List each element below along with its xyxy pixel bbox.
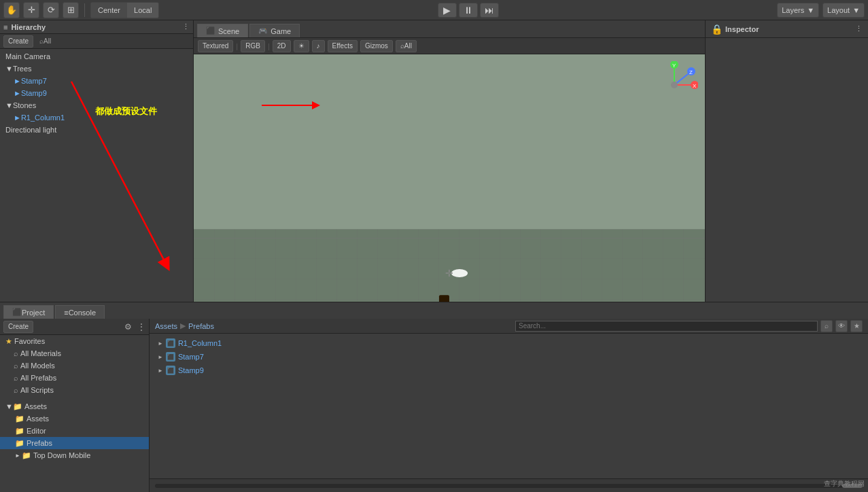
- rgb-btn[interactable]: RGB: [241, 40, 265, 52]
- project-settings-icon[interactable]: ⚙: [124, 322, 132, 332]
- svg-point-17: [671, 82, 678, 88]
- hierarchy-trees[interactable]: ▼ Trees: [0, 63, 193, 75]
- favorites-group[interactable]: ★ Favorites: [0, 335, 149, 347]
- hierarchy-stamp9[interactable]: ► Stamp9: [0, 87, 193, 99]
- hierarchy-create-btn[interactable]: Create: [3, 35, 33, 48]
- tab-project[interactable]: ⬛ Project: [3, 305, 54, 319]
- assets-topdownmobile-label: Top Down Mobile: [33, 451, 90, 459]
- prefab-stamp7-arrow-icon: ►: [158, 354, 163, 360]
- prefab-list: ► ⬛ R1_Column1 ► ⬛ Stamp7 ► ⬛ Stamp9: [150, 334, 868, 380]
- all-scripts-search-icon: ⌕: [14, 386, 18, 394]
- trees-arrow-icon: ▼: [5, 65, 13, 73]
- breadcrumb-prefabs[interactable]: Prefabs: [188, 322, 214, 330]
- hierarchy-r1column1[interactable]: ► R1_Column1: [0, 111, 193, 124]
- assets-assets-item[interactable]: 📁 Assets: [0, 412, 149, 425]
- svg-text:X: X: [693, 83, 697, 89]
- pause-btn[interactable]: ⏸: [459, 3, 478, 18]
- project-options-icon[interactable]: ⋮: [137, 322, 145, 332]
- project-scrollbar: [150, 478, 868, 492]
- gizmo-svg: Y Z X: [650, 61, 698, 109]
- layers-arrow-icon: ▼: [807, 6, 814, 14]
- all-models-item[interactable]: ⌕ All Models: [0, 359, 149, 372]
- stamp9-label: Stamp9: [21, 89, 47, 97]
- game-tab-icon: 🎮: [258, 27, 268, 35]
- all-prefabs-item[interactable]: ⌕ All Prefabs: [0, 372, 149, 384]
- svg-text:Z: Z: [689, 69, 693, 75]
- stamp7-arrow-icon: ►: [14, 77, 21, 85]
- move-tool-btn[interactable]: ✛: [23, 2, 39, 18]
- hierarchy-main-camera[interactable]: Main Camera: [0, 50, 193, 63]
- effects-btn[interactable]: Effects: [328, 40, 358, 52]
- assets-assets-label: Assets: [27, 415, 49, 423]
- scene-gizmo: Y Z X: [650, 61, 698, 109]
- hierarchy-menu-icon: ≡: [3, 23, 7, 31]
- hierarchy-stamp7[interactable]: ► Stamp7: [0, 75, 193, 87]
- scene-toolbar: Textured | RGB | 2D ☀ ♪ Effects Gizmos ⌕…: [194, 38, 705, 54]
- all-btn[interactable]: ⌕All: [396, 40, 417, 52]
- prefab-stamp7[interactable]: ► ⬛ Stamp7: [150, 350, 868, 364]
- scale-tool-btn[interactable]: ⊞: [63, 2, 79, 18]
- audio-btn[interactable]: ♪: [312, 40, 325, 52]
- prefab-stamp9-arrow-icon: ►: [158, 368, 163, 374]
- assets-topdownmobile-folder-icon: 📁: [22, 451, 31, 460]
- stamp7-label: Stamp7: [21, 77, 47, 85]
- sun-btn[interactable]: ☀: [294, 40, 309, 52]
- assets-topdownmobile-item[interactable]: ► 📁 Top Down Mobile: [0, 449, 149, 461]
- crosshair-icon: ✛: [445, 268, 453, 279]
- project-create-btn[interactable]: Create: [3, 321, 33, 333]
- scene-tab-label: Scene: [218, 27, 239, 35]
- 2d-btn[interactable]: 2D: [273, 40, 291, 52]
- scroll-track[interactable]: [155, 484, 863, 488]
- project-eye-btn[interactable]: 👁: [835, 320, 848, 332]
- local-btn[interactable]: Local: [127, 3, 158, 18]
- all-materials-search-icon: ⌕: [14, 349, 18, 357]
- console-tab-label: Console: [69, 309, 96, 317]
- all-materials-item[interactable]: ⌕ All Materials: [0, 347, 149, 359]
- r1column1-arrow-icon: ►: [14, 113, 21, 122]
- all-models-label: All Models: [20, 362, 55, 370]
- project-content: Assets ▶ Prefabs ⌕ 👁 ★ ► ⬛ R1_Column1 ► …: [150, 319, 868, 492]
- svg-rect-0: [194, 54, 705, 230]
- tab-game[interactable]: 🎮 Game: [249, 24, 300, 37]
- prefab-r1column1[interactable]: ► ⬛ R1_Column1: [150, 336, 868, 350]
- breadcrumb-assets[interactable]: Assets: [155, 322, 177, 330]
- tab-scene[interactable]: ⬛ Scene: [197, 24, 248, 37]
- project-tab-icon: ⬛: [12, 308, 22, 317]
- textured-btn[interactable]: Textured: [198, 40, 233, 52]
- project-breadcrumb-bar: Assets ▶ Prefabs ⌕ 👁 ★: [150, 319, 868, 334]
- assets-group-label: Assets: [24, 402, 47, 410]
- prefab-r1column1-icon: ⬛: [166, 338, 175, 348]
- assets-prefabs-item[interactable]: 📁 Prefabs: [0, 437, 149, 449]
- project-search-btn[interactable]: ⌕: [820, 320, 833, 332]
- inspector-options-icon[interactable]: ⋮: [855, 24, 863, 33]
- hand-tool-btn[interactable]: ✋: [3, 2, 20, 18]
- assets-editor-item[interactable]: 📁 Editor: [0, 425, 149, 437]
- tab-console[interactable]: ≡ Console: [55, 305, 105, 319]
- project-search-input[interactable]: [515, 321, 818, 332]
- project-toolbar: Create ⚙ ⋮: [0, 319, 149, 335]
- all-scripts-item[interactable]: ⌕ All Scripts: [0, 384, 149, 396]
- project-star-btn[interactable]: ★: [850, 320, 863, 332]
- layout-dropdown[interactable]: Layout ▼: [822, 3, 865, 18]
- favorites-label: Favorites: [14, 337, 45, 345]
- hierarchy-options-icon[interactable]: ⋮: [182, 22, 190, 31]
- project-sidebar: Create ⚙ ⋮ ★ Favorites ⌕ All Materials ⌕: [0, 319, 150, 492]
- assets-folder-icon: 📁: [13, 402, 22, 411]
- hierarchy-title: Hierarchy: [11, 23, 46, 31]
- assets-group[interactable]: ▼ 📁 Assets: [0, 400, 149, 412]
- play-btn[interactable]: ▶: [438, 3, 457, 18]
- step-btn[interactable]: ⏭: [480, 3, 499, 18]
- watermark: 查字典教程网: [824, 479, 865, 489]
- center-btn[interactable]: Center: [91, 3, 127, 18]
- prefab-stamp9[interactable]: ► ⬛ Stamp9: [150, 364, 868, 377]
- toolbar-sep2: |: [268, 42, 270, 50]
- favorites-star-icon: ★: [5, 337, 12, 346]
- layers-dropdown[interactable]: Layers ▼: [777, 3, 819, 18]
- breadcrumb-separator: ▶: [180, 321, 186, 330]
- bottom-tabs: ⬛ Project ≡ Console: [0, 302, 868, 319]
- prefab-stamp9-icon: ⬛: [166, 366, 175, 375]
- gizmos-btn[interactable]: Gizmos: [360, 40, 393, 52]
- rotate-tool-btn[interactable]: ⟳: [43, 2, 59, 18]
- hierarchy-directional-light[interactable]: Directional light: [0, 124, 193, 136]
- hierarchy-stones[interactable]: ▼ Stones: [0, 99, 193, 111]
